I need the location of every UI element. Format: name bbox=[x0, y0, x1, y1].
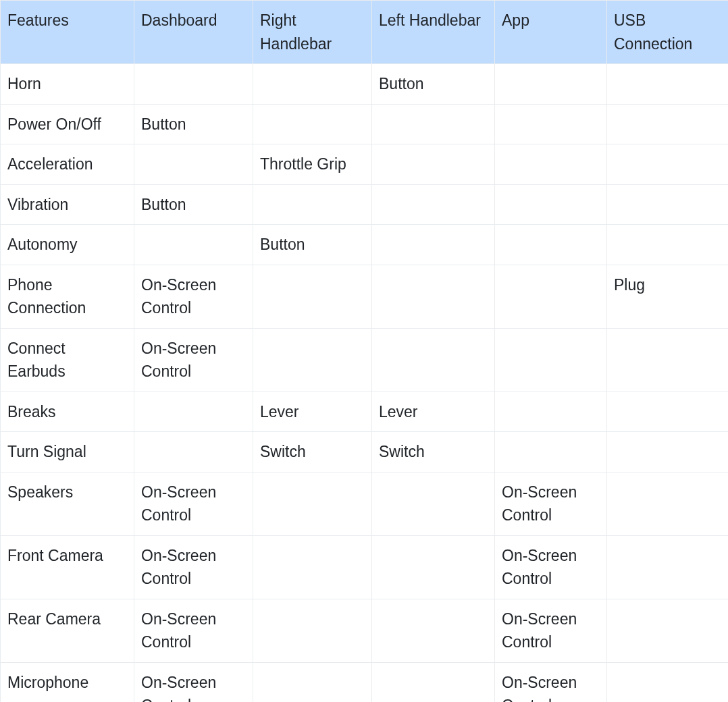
header-app: App bbox=[495, 1, 607, 64]
table-row: Connect Earbuds On-Screen Control bbox=[1, 328, 729, 392]
cell-app bbox=[495, 144, 607, 185]
table-row: Speakers On-Screen Control On-Screen Con… bbox=[1, 472, 729, 535]
header-dashboard: Dashboard bbox=[134, 1, 253, 64]
cell-app bbox=[495, 265, 607, 328]
cell-left bbox=[372, 184, 495, 225]
cell-left: Lever bbox=[372, 392, 495, 432]
cell-app: On-Screen Control bbox=[495, 599, 607, 662]
table-row: Phone Connection On-Screen Control Plug bbox=[1, 265, 729, 328]
cell-left: Switch bbox=[372, 432, 495, 473]
cell-feature: Speakers bbox=[1, 472, 134, 535]
table-row: Rear Camera On-Screen Control On-Screen … bbox=[1, 599, 729, 662]
cell-feature: Power On/Off bbox=[1, 104, 134, 144]
cell-app bbox=[495, 225, 607, 265]
cell-dashboard: On-Screen Control bbox=[134, 328, 253, 392]
cell-right: Button bbox=[253, 225, 372, 265]
cell-right bbox=[253, 184, 372, 225]
cell-app bbox=[495, 392, 607, 432]
cell-usb bbox=[607, 328, 729, 392]
cell-feature: Vibration bbox=[1, 184, 134, 225]
cell-usb bbox=[607, 392, 729, 432]
cell-left bbox=[372, 535, 495, 599]
table-row: Horn Button bbox=[1, 64, 729, 105]
header-right-handlebar: Right Handlebar bbox=[253, 1, 372, 64]
features-table: Features Dashboard Right Handlebar Left … bbox=[0, 0, 728, 702]
cell-usb bbox=[607, 472, 729, 535]
cell-right bbox=[253, 472, 372, 535]
cell-right bbox=[253, 662, 372, 702]
cell-usb bbox=[607, 184, 729, 225]
cell-left bbox=[372, 265, 495, 328]
cell-dashboard: Button bbox=[134, 184, 253, 225]
cell-feature: Connect Earbuds bbox=[1, 328, 134, 392]
cell-dashboard bbox=[134, 144, 253, 185]
cell-right bbox=[253, 104, 372, 144]
table-row: Vibration Button bbox=[1, 184, 729, 225]
cell-dashboard: On-Screen Control bbox=[134, 535, 253, 599]
cell-feature: Phone Connection bbox=[1, 265, 134, 328]
cell-app: On-Screen Control bbox=[495, 662, 607, 702]
header-usb-connection: USB Connection bbox=[607, 1, 729, 64]
cell-feature: Horn bbox=[1, 64, 134, 105]
cell-usb bbox=[607, 225, 729, 265]
cell-feature: Acceleration bbox=[1, 144, 134, 185]
cell-dashboard: On-Screen Control bbox=[134, 472, 253, 535]
cell-right: Switch bbox=[253, 432, 372, 473]
cell-left bbox=[372, 225, 495, 265]
table-row: Turn Signal Switch Switch bbox=[1, 432, 729, 473]
cell-left: Button bbox=[372, 64, 495, 105]
header-left-handlebar: Left Handlebar bbox=[372, 1, 495, 64]
cell-feature: Turn Signal bbox=[1, 432, 134, 473]
cell-right: Lever bbox=[253, 392, 372, 432]
cell-dashboard bbox=[134, 64, 253, 105]
cell-usb bbox=[607, 64, 729, 105]
cell-feature: Front Camera bbox=[1, 535, 134, 599]
cell-dashboard: On-Screen Control bbox=[134, 662, 253, 702]
cell-left bbox=[372, 662, 495, 702]
cell-usb bbox=[607, 104, 729, 144]
cell-app bbox=[495, 104, 607, 144]
cell-feature: Breaks bbox=[1, 392, 134, 432]
table-row: Autonomy Button bbox=[1, 225, 729, 265]
cell-dashboard bbox=[134, 392, 253, 432]
cell-app bbox=[495, 432, 607, 473]
cell-dashboard: On-Screen Control bbox=[134, 599, 253, 662]
cell-feature: Autonomy bbox=[1, 225, 134, 265]
cell-app bbox=[495, 64, 607, 105]
cell-right bbox=[253, 64, 372, 105]
table-row: Acceleration Throttle Grip bbox=[1, 144, 729, 185]
cell-dashboard bbox=[134, 432, 253, 473]
table-row: Breaks Lever Lever bbox=[1, 392, 729, 432]
cell-usb bbox=[607, 599, 729, 662]
cell-app: On-Screen Control bbox=[495, 535, 607, 599]
cell-dashboard: On-Screen Control bbox=[134, 265, 253, 328]
cell-usb bbox=[607, 535, 729, 599]
cell-left bbox=[372, 599, 495, 662]
cell-app: On-Screen Control bbox=[495, 472, 607, 535]
table-row: Front Camera On-Screen Control On-Screen… bbox=[1, 535, 729, 599]
table-row: Power On/Off Button bbox=[1, 104, 729, 144]
cell-right bbox=[253, 535, 372, 599]
header-features: Features bbox=[1, 1, 134, 64]
cell-feature: Rear Camera bbox=[1, 599, 134, 662]
table-row: Microphone On-Screen Control On-Screen C… bbox=[1, 662, 729, 702]
cell-usb bbox=[607, 432, 729, 473]
cell-right bbox=[253, 265, 372, 328]
cell-right: Throttle Grip bbox=[253, 144, 372, 185]
cell-right bbox=[253, 599, 372, 662]
cell-app bbox=[495, 184, 607, 225]
cell-dashboard bbox=[134, 225, 253, 265]
cell-left bbox=[372, 328, 495, 392]
cell-usb bbox=[607, 662, 729, 702]
cell-dashboard: Button bbox=[134, 104, 253, 144]
cell-usb bbox=[607, 144, 729, 185]
cell-left bbox=[372, 104, 495, 144]
cell-app bbox=[495, 328, 607, 392]
cell-feature: Microphone bbox=[1, 662, 134, 702]
cell-left bbox=[372, 472, 495, 535]
cell-left bbox=[372, 144, 495, 185]
cell-usb: Plug bbox=[607, 265, 729, 328]
table-header-row: Features Dashboard Right Handlebar Left … bbox=[1, 1, 729, 64]
cell-right bbox=[253, 328, 372, 392]
